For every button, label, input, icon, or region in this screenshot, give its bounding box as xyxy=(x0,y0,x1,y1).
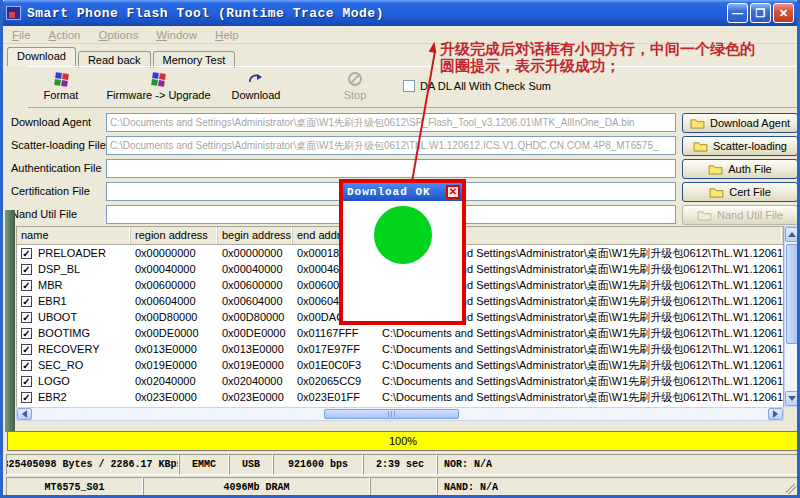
auth-label: Authentication File xyxy=(11,162,106,174)
annotation-text: 升级完成后对话框有小四方行，中间一个绿色的 圆圈提示，表示升级成功； xyxy=(440,40,798,74)
checkbox-checked-icon[interactable] xyxy=(21,280,32,291)
status-bytes: 325405098 Bytes / 2286.17 KBps xyxy=(6,454,179,475)
scroll-up-icon[interactable] xyxy=(785,227,799,242)
close-icon[interactable]: ✕ xyxy=(773,3,794,23)
stop-button: Stop xyxy=(325,70,385,106)
table-row[interactable]: EBR2 0x023E0000 0x023E0000 0x023E01FF C:… xyxy=(17,389,783,405)
download-agent-browse-button[interactable]: Download Agent xyxy=(682,113,798,133)
vertical-scroll-thumb[interactable] xyxy=(786,244,798,344)
col-begin[interactable]: begin address xyxy=(218,227,293,244)
menu-window[interactable]: Window xyxy=(147,27,206,43)
nand-browse-button: Nand Util File xyxy=(682,205,798,225)
folder-icon xyxy=(697,210,712,221)
stop-icon xyxy=(325,70,385,88)
download-agent-label: Download Agent xyxy=(11,116,106,128)
cert-browse-button[interactable]: Cert File xyxy=(682,182,798,202)
cert-label: Certification File xyxy=(11,185,106,197)
app-window: Smart Phone Flash Tool (Runtime Trace Mo… xyxy=(0,0,800,498)
horizontal-scrollbar[interactable] xyxy=(16,407,784,421)
download-ok-dialog: Download OK ✕ xyxy=(339,179,466,325)
auth-browse-button[interactable]: Auth File xyxy=(682,159,798,179)
app-icon xyxy=(6,6,21,20)
da-dl-checkbox-label: DA DL All With Check Sum xyxy=(420,80,551,92)
file-row-auth: Authentication File Auth File xyxy=(3,159,800,180)
col-region[interactable]: region address xyxy=(131,227,218,244)
scroll-right-icon[interactable] xyxy=(768,408,783,420)
format-icon xyxy=(54,72,69,87)
status-elapsed-time: 2:39 sec xyxy=(363,454,437,475)
da-dl-checkbox-row[interactable]: DA DL All With Check Sum xyxy=(403,80,551,92)
dialog-title: Download OK xyxy=(347,186,446,198)
status-nor: NOR: N/A xyxy=(437,454,800,475)
table-row[interactable]: LOGO 0x02040000 0x02040000 0x02065CC9 C:… xyxy=(17,373,783,389)
file-row-download-agent: Download Agent Download Agent xyxy=(3,113,800,134)
status-interface: USB xyxy=(229,454,273,475)
checkbox-checked-icon[interactable] xyxy=(21,248,32,259)
scatter-label: Scatter-loading File xyxy=(11,139,106,151)
status-storage-type: EMMC xyxy=(179,454,229,475)
progress-bar: 100% xyxy=(7,431,799,451)
scroll-down-icon[interactable] xyxy=(785,391,799,406)
folder-icon xyxy=(709,187,724,198)
table-row[interactable]: RECOVERY 0x013E0000 0x013E0000 0x017E97F… xyxy=(17,341,783,357)
dialog-titlebar[interactable]: Download OK ✕ xyxy=(343,183,462,201)
annotation-line2: 圆圈提示，表示升级成功； xyxy=(440,57,798,74)
checkbox-checked-icon[interactable] xyxy=(21,264,32,275)
desktop-strip xyxy=(5,210,15,432)
format-button[interactable]: Format xyxy=(31,70,91,106)
da-dl-checkbox[interactable] xyxy=(403,80,415,92)
titlebar[interactable]: Smart Phone Flash Tool (Runtime Trace Mo… xyxy=(0,0,800,26)
firmware-upgrade-button[interactable]: Firmware -> Upgrade xyxy=(101,70,216,106)
annotation-arrow-head xyxy=(429,41,439,53)
table-row[interactable]: BOOTIMG 0x00DE0000 0x00DE0000 0x01167FFF… xyxy=(17,325,783,341)
vertical-scrollbar[interactable] xyxy=(784,226,800,407)
folder-icon xyxy=(708,164,723,175)
checkbox-checked-icon[interactable] xyxy=(21,312,32,323)
menu-help[interactable]: Help xyxy=(206,27,248,43)
status-dram: 4096Mb DRAM xyxy=(143,477,370,498)
firmware-upgrade-icon xyxy=(151,72,166,87)
checkbox-checked-icon[interactable] xyxy=(21,296,32,307)
folder-icon xyxy=(693,141,708,152)
nand-label: Nand Util File xyxy=(11,208,106,220)
download-icon xyxy=(226,70,286,88)
table-row[interactable]: SEC_RO 0x019E0000 0x019E0000 0x01E0C0F3 … xyxy=(17,357,783,373)
window-title: Smart Phone Flash Tool (Runtime Trace Mo… xyxy=(27,6,384,21)
status-nand: NAND: N/A xyxy=(437,477,800,498)
progress-percent: 100% xyxy=(389,435,417,447)
checkbox-checked-icon[interactable] xyxy=(21,376,32,387)
tab-bar: Download Read back Memory Test xyxy=(7,47,237,66)
checkbox-checked-icon[interactable] xyxy=(21,344,32,355)
menu-options[interactable]: Options xyxy=(90,27,148,43)
col-name[interactable]: name xyxy=(17,227,131,244)
menu-file[interactable]: File xyxy=(3,27,40,43)
resize-grip[interactable] xyxy=(786,484,796,494)
scatter-browse-button[interactable]: Scatter-loading xyxy=(682,136,798,156)
status-baud-rate: 921600 bps xyxy=(273,454,363,475)
checkbox-checked-icon[interactable] xyxy=(21,392,32,403)
checkbox-checked-icon[interactable] xyxy=(21,328,32,339)
checkbox-checked-icon[interactable] xyxy=(21,360,32,371)
minimize-icon[interactable]: — xyxy=(727,3,748,23)
menu-action[interactable]: Action xyxy=(40,27,90,43)
download-agent-input[interactable] xyxy=(106,113,676,132)
status-empty-cell xyxy=(370,477,437,498)
success-circle-icon xyxy=(374,206,432,264)
horizontal-scroll-thumb[interactable] xyxy=(324,409,459,419)
status-chip: MT6575_S01 xyxy=(6,477,143,498)
dialog-close-icon[interactable]: ✕ xyxy=(446,185,460,199)
auth-input[interactable] xyxy=(106,159,676,178)
folder-icon xyxy=(690,118,705,129)
scroll-left-icon[interactable] xyxy=(17,408,32,420)
tab-download[interactable]: Download xyxy=(7,47,76,66)
maximize-icon[interactable]: ❐ xyxy=(750,3,771,23)
annotation-line1: 升级完成后对话框有小四方行，中间一个绿色的 xyxy=(440,40,798,57)
download-button[interactable]: Download xyxy=(226,70,286,106)
file-row-scatter: Scatter-loading File Scatter-loading xyxy=(3,136,800,157)
scatter-input[interactable] xyxy=(106,136,676,155)
